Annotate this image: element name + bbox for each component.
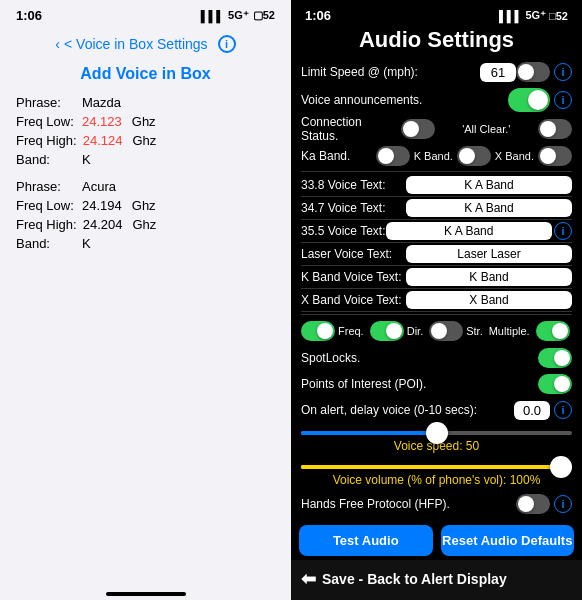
hfp-label: Hands Free Protocol (HFP). bbox=[301, 497, 516, 511]
ka-band-toggle[interactable] bbox=[376, 146, 410, 166]
voice-announcements-row: Voice announcements. i bbox=[301, 85, 572, 115]
voice-volume-thumb[interactable] bbox=[550, 456, 572, 478]
vt-input-3[interactable] bbox=[406, 245, 572, 263]
str-toggle-knob bbox=[431, 323, 447, 339]
multiple-toggle[interactable] bbox=[536, 321, 570, 341]
left-home-indicator bbox=[0, 580, 291, 600]
left-info-icon[interactable]: i bbox=[218, 35, 236, 53]
freq-low-label-2: Freq Low: bbox=[16, 198, 76, 213]
delay-voice-info-icon[interactable]: i bbox=[554, 401, 572, 419]
vt-input-1[interactable] bbox=[406, 199, 572, 217]
spotlocks-toggle-knob bbox=[554, 350, 570, 366]
ka-band-toggle-knob bbox=[378, 148, 394, 164]
all-clear-toggle-knob bbox=[540, 121, 556, 137]
k-band-toggle[interactable] bbox=[457, 146, 491, 166]
right-signal-icon: ▌▌▌ bbox=[499, 10, 522, 22]
freq-low-unit-1: Ghz bbox=[132, 114, 156, 129]
freq-low-row-1: Freq Low: 24.123 Ghz bbox=[16, 112, 275, 131]
divider-1 bbox=[301, 171, 572, 172]
add-voice-button[interactable]: Add Voice in Box bbox=[0, 61, 291, 93]
voice-speed-track[interactable] bbox=[301, 431, 572, 435]
dir-toggle-group: Dir. bbox=[370, 321, 424, 341]
x-band-toggle[interactable] bbox=[538, 146, 572, 166]
voice-volume-slider-container: Voice volume (% of phone's vol): 100% bbox=[301, 457, 572, 491]
spotlocks-row: SpotLocks. bbox=[301, 345, 572, 371]
connection-status-row: Connection Status. 'All Clear.' bbox=[301, 115, 572, 143]
right-status-icons: ▌▌▌ 5G⁺ □52 bbox=[499, 9, 568, 22]
settings-scroll[interactable]: Limit Speed @ (mph): 61 i Voice announce… bbox=[291, 59, 582, 519]
vt-input-5[interactable] bbox=[406, 291, 572, 309]
voice-volume-track[interactable] bbox=[301, 465, 572, 469]
freq-low-value-2: 24.194 bbox=[82, 198, 122, 213]
back-link[interactable]: ‹ < Voice in Box Settings i bbox=[16, 35, 275, 53]
left-status-bar: 1:06 ▌▌▌ 5G⁺ ▢52 bbox=[0, 0, 291, 27]
back-label: < Voice in Box Settings bbox=[64, 36, 208, 52]
home-bar bbox=[106, 592, 186, 596]
save-label: Save - Back to Alert Display bbox=[322, 571, 507, 587]
bottom-buttons: Test Audio Reset Audio Defaults bbox=[291, 519, 582, 560]
poi-toggle[interactable] bbox=[538, 374, 572, 394]
dir-toggle[interactable] bbox=[370, 321, 404, 341]
save-arrow-icon: ⬅ bbox=[301, 568, 316, 590]
spotlocks-toggle[interactable] bbox=[538, 348, 572, 368]
voice-announcements-info-icon[interactable]: i bbox=[554, 91, 572, 109]
hfp-toggle[interactable] bbox=[516, 494, 550, 514]
band-value-1: K bbox=[82, 152, 91, 167]
voice-speed-slider-container: Voice speed: 50 bbox=[301, 423, 572, 457]
freq-toggle-group: Freq. bbox=[301, 321, 364, 341]
phrase-label-2: Phrase: bbox=[16, 179, 76, 194]
reset-audio-button[interactable]: Reset Audio Defaults bbox=[441, 525, 575, 556]
phrase-label-1: Phrase: bbox=[16, 95, 76, 110]
left-nav: ‹ < Voice in Box Settings i bbox=[0, 27, 291, 61]
freq-high-label-1: Freq High: bbox=[16, 133, 77, 148]
limit-speed-info-icon[interactable]: i bbox=[554, 63, 572, 81]
poi-toggle-knob bbox=[554, 376, 570, 392]
vt-input-4[interactable] bbox=[406, 268, 572, 286]
spotlocks-label: SpotLocks. bbox=[301, 351, 360, 365]
test-audio-button[interactable]: Test Audio bbox=[299, 525, 433, 556]
delay-voice-value[interactable]: 0.0 bbox=[514, 401, 550, 420]
delay-voice-row: On alert, delay voice (0-10 secs): 0.0 i bbox=[301, 397, 572, 423]
poi-row: Points of Interest (POI). bbox=[301, 371, 572, 397]
limit-speed-value[interactable]: 61 bbox=[480, 63, 516, 82]
str-toggle[interactable] bbox=[429, 321, 463, 341]
freq-toggle[interactable] bbox=[301, 321, 335, 341]
voice-entry-2: Phrase: Acura Freq Low: 24.194 Ghz Freq … bbox=[16, 177, 275, 253]
voice-speed-fill bbox=[301, 431, 437, 435]
band-value-2: K bbox=[82, 236, 91, 251]
freq-high-unit-1: Ghz bbox=[132, 133, 156, 148]
poi-label: Points of Interest (POI). bbox=[301, 377, 538, 391]
all-clear-toggle[interactable] bbox=[538, 119, 572, 139]
limit-speed-toggle[interactable] bbox=[516, 62, 550, 82]
connection-status-toggle[interactable] bbox=[401, 119, 435, 139]
str-toggle-group: Str. bbox=[429, 321, 483, 341]
voice-speed-thumb[interactable] bbox=[426, 422, 448, 444]
freq-low-row-2: Freq Low: 24.194 Ghz bbox=[16, 196, 275, 215]
freq-high-row-2: Freq High: 24.204 Ghz bbox=[16, 215, 275, 234]
band-label-1: Band: bbox=[16, 152, 76, 167]
band-selection-row: Ka Band. K Band. X Band. bbox=[301, 143, 572, 169]
right-network-icon: 5G⁺ bbox=[525, 9, 546, 22]
freq-high-value-1: 24.124 bbox=[83, 133, 123, 148]
phrase-value-2: Acura bbox=[82, 179, 116, 194]
phrase-value-1: Mazda bbox=[82, 95, 121, 110]
vt-input-2[interactable] bbox=[386, 222, 552, 240]
voice-text-row-4: K Band Voice Text: bbox=[301, 266, 572, 289]
right-panel: 1:06 ▌▌▌ 5G⁺ □52 Audio Settings Limit Sp… bbox=[291, 0, 582, 600]
voice-text-row-3: Laser Voice Text: bbox=[301, 243, 572, 266]
voice-announcements-label: Voice announcements. bbox=[301, 93, 508, 107]
voice-announcements-toggle[interactable] bbox=[508, 88, 550, 112]
vt-label-5: X Band Voice Text: bbox=[301, 293, 402, 307]
freq-low-unit-2: Ghz bbox=[132, 198, 156, 213]
hfp-row: Hands Free Protocol (HFP). i bbox=[301, 491, 572, 517]
hfp-toggle-knob bbox=[518, 496, 534, 512]
multiple-label: Multiple. bbox=[489, 325, 530, 337]
hfp-info-icon[interactable]: i bbox=[554, 495, 572, 513]
multi-toggle-row: Freq. Dir. Str. Multiple. bbox=[301, 317, 572, 345]
vt-input-0[interactable] bbox=[406, 176, 572, 194]
str-label: Str. bbox=[466, 325, 483, 337]
save-row[interactable]: ⬅ Save - Back to Alert Display bbox=[291, 560, 582, 600]
phrase-row-1: Phrase: Mazda bbox=[16, 93, 275, 112]
right-status-bar: 1:06 ▌▌▌ 5G⁺ □52 bbox=[291, 0, 582, 25]
vt-info-icon-2[interactable]: i bbox=[554, 222, 572, 240]
